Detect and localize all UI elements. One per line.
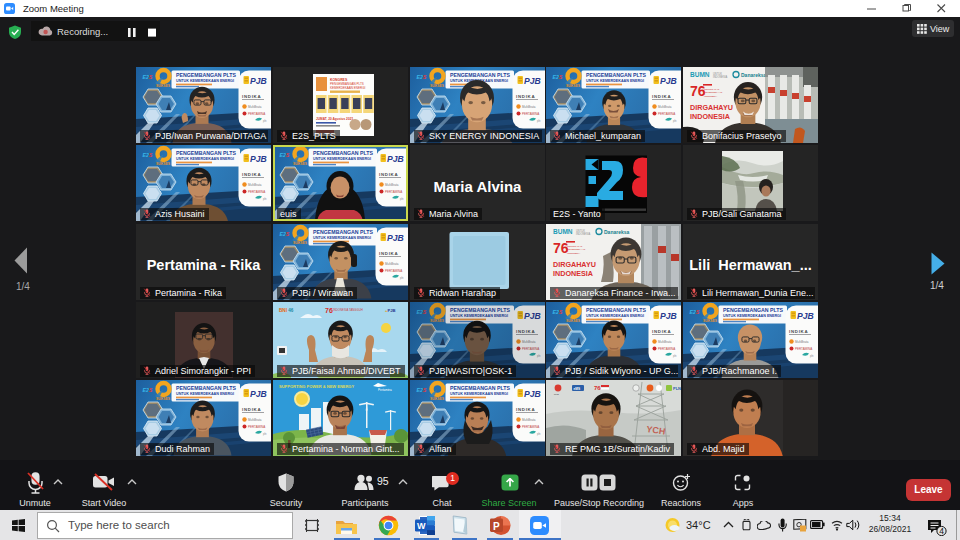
svg-text:4: 4 bbox=[939, 526, 944, 536]
svg-text:BNI 46: BNI 46 bbox=[279, 308, 294, 313]
svg-text:W: W bbox=[417, 521, 426, 531]
svg-text:PLN: PLN bbox=[673, 386, 681, 391]
svg-text:eMS: eMS bbox=[574, 387, 581, 391]
svg-text:Pertamina: Pertamina bbox=[378, 388, 392, 392]
svg-text:INDONESIA TANGGUH: INDONESIA TANGGUH bbox=[333, 308, 363, 312]
svg-text:76: 76 bbox=[594, 385, 601, 391]
svg-text:KEMERDEKAAN ENERGI: KEMERDEKAAN ENERGI bbox=[330, 86, 366, 90]
svg-text:P: P bbox=[493, 521, 500, 532]
svg-text:PLN: PLN bbox=[554, 393, 559, 396]
svg-text:SUPPORTING POWER & NEW ENERGY: SUPPORTING POWER & NEW ENERGY bbox=[279, 384, 354, 389]
svg-text:JUMAT, 20 Agustus 2021: JUMAT, 20 Agustus 2021 bbox=[316, 117, 353, 121]
svg-text:+PJB: +PJB bbox=[385, 308, 396, 313]
svg-text:76: 76 bbox=[325, 307, 333, 314]
